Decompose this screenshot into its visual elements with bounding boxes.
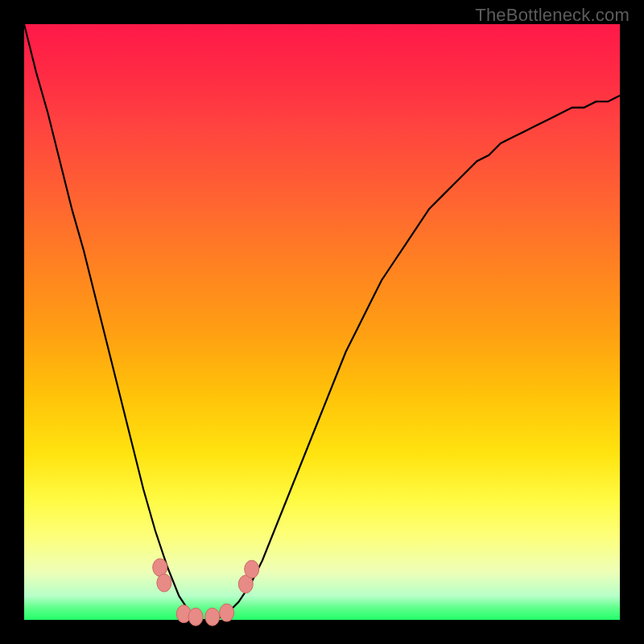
chart-frame: TheBottleneck.com	[0, 0, 644, 644]
plot-area	[24, 24, 620, 620]
bead-marker	[188, 608, 203, 625]
watermark-text: TheBottleneck.com	[475, 5, 630, 26]
chart-svg	[24, 24, 620, 620]
bead-marker	[157, 574, 171, 592]
bead-marker	[205, 608, 220, 625]
bead-marker	[245, 560, 259, 578]
bottleneck-curve	[24, 24, 620, 620]
bead-marker	[153, 559, 167, 576]
bead-marker	[220, 604, 234, 621]
